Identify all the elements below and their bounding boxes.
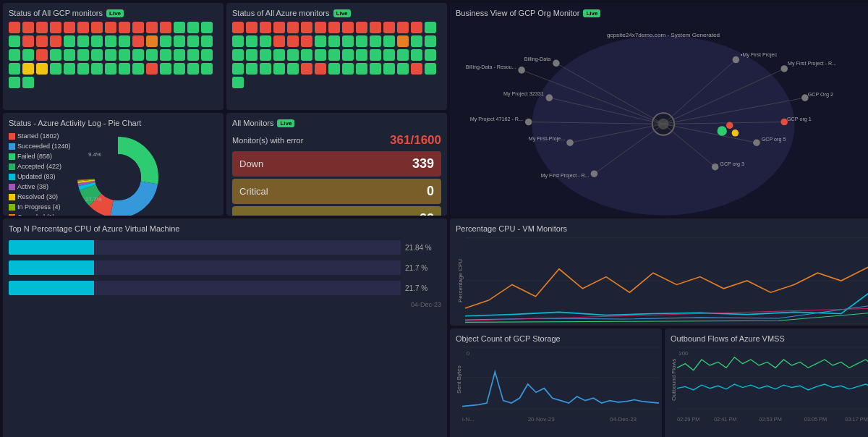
legend-active: Active (38) bbox=[9, 182, 71, 192]
legend-succeeded: Succeeded (1240) bbox=[9, 142, 71, 152]
trouble-value: 22 bbox=[420, 211, 434, 216]
svg-text:02:41 PM: 02:41 PM bbox=[714, 416, 737, 423]
gcp-storage-sub: Object Count of GCP Storage Sent Bytes 0… bbox=[450, 328, 662, 437]
gcp-dot-grid bbox=[9, 22, 218, 88]
svg-text:i-N...: i-N... bbox=[462, 416, 475, 423]
all-mon-live: Live bbox=[277, 119, 294, 127]
pie-content: Started (1802) Succeeded (1240) Failed (… bbox=[9, 132, 218, 216]
svg-text:My First-Proje...: My First-Proje... bbox=[529, 136, 566, 142]
legend-canceled: Canceled (1) bbox=[9, 213, 71, 216]
svg-text:My First Project - R...: My First Project - R... bbox=[788, 61, 836, 67]
svg-text:03:17 PM: 03:17 PM bbox=[845, 416, 868, 423]
bars: 21.84 % 21.7 % 21.7 % bbox=[9, 240, 441, 295]
legend-accepted: Accepted (422) bbox=[9, 162, 71, 172]
bar-pct-2: 21.7 % bbox=[405, 264, 441, 272]
svg-text:Billing-Data: Billing-Data bbox=[524, 56, 551, 62]
svg-text:GCP org 1: GCP org 1 bbox=[787, 116, 812, 122]
biz-view-panel2: Business View of GCP Org Monitor Live gc… bbox=[450, 3, 868, 216]
svg-point-25 bbox=[753, 139, 760, 146]
svg-point-29 bbox=[726, 122, 733, 130]
storage-title: Object Count of GCP Storage bbox=[456, 334, 561, 343]
azure-pie-panel2: Status - Azure Activity Log - Pie Chart … bbox=[3, 113, 224, 216]
svg-text:Billing-Data - Resou...: Billing-Data - Resou... bbox=[466, 64, 516, 70]
svg-point-28 bbox=[718, 126, 727, 135]
outbound-flows-sub: Outbound Flows of Azure VMSS Outbound Fl… bbox=[665, 328, 868, 437]
pie-title: Status - Azure Activity Log - Pie Chart bbox=[9, 119, 141, 127]
bar-track-1 bbox=[9, 240, 401, 255]
cpu-title: Percentage CPU - VM Monitors bbox=[456, 224, 567, 233]
azure-dot-grid bbox=[232, 22, 441, 88]
legend-failed: Failed (858) bbox=[9, 152, 71, 162]
svg-text:27.7%: 27.7% bbox=[85, 196, 102, 203]
svg-text:9.4%: 9.4% bbox=[88, 151, 101, 158]
legend-resolved: Resolved (30) bbox=[9, 192, 71, 203]
outbound-svg: 200 02:29 PM 02:41 PM 02:53 PM 03:05 PM … bbox=[677, 347, 868, 409]
svg-point-27 bbox=[712, 164, 719, 171]
svg-text:0: 0 bbox=[467, 350, 470, 357]
svg-text:My First Project - R...: My First Project - R... bbox=[541, 173, 590, 179]
outbound-y-label: Outbound Flows bbox=[671, 347, 677, 412]
legend-inprogress: In Progress (4) bbox=[9, 203, 71, 213]
svg-point-30 bbox=[732, 130, 739, 137]
critical-value: 0 bbox=[427, 184, 434, 199]
bar-fill-2 bbox=[9, 260, 94, 275]
svg-point-24 bbox=[566, 139, 574, 146]
svg-text:02:29 PM: 02:29 PM bbox=[677, 416, 700, 423]
svg-point-16 bbox=[518, 67, 525, 74]
svg-text:02:53 PM: 02:53 PM bbox=[759, 416, 782, 423]
bar-row-1: 21.84 % bbox=[9, 240, 441, 255]
outbound-title: Outbound Flows of Azure VMSS bbox=[671, 334, 785, 343]
cpu-chart-svg: 16-No... 13-Nov-23 20-Nov-23 27-Nov-23 0… bbox=[465, 237, 868, 324]
svg-text:03:05 PM: 03:05 PM bbox=[804, 416, 827, 423]
svg-text:200: 200 bbox=[678, 350, 689, 357]
all-monitors-panel2: All Monitors Live Monitor(s) with error … bbox=[226, 113, 447, 216]
bar-row-3: 21.7 % bbox=[9, 281, 441, 295]
cpu-chart-container: Percentage CPU 16-No... 13-Nov-23 bbox=[456, 237, 868, 324]
all-mon-title: All Monitors bbox=[232, 119, 273, 127]
down-value: 339 bbox=[412, 156, 434, 171]
bar-pct-3: 21.7 % bbox=[405, 284, 441, 292]
azure-live: Live bbox=[333, 9, 351, 17]
svg-text:My Project 47162 - R...: My Project 47162 - R... bbox=[470, 116, 523, 122]
azure-title: Status of All Azure monitors bbox=[232, 9, 330, 17]
cpu-chart-panel: Percentage CPU - VM Monitors Percentage … bbox=[450, 218, 868, 326]
svg-point-52 bbox=[95, 154, 141, 200]
stat-down: Down 339 bbox=[232, 151, 441, 177]
svg-text:gcpsite24x7demo.com - System G: gcpsite24x7demo.com - System Generated bbox=[607, 32, 720, 38]
trouble-label: Trouble bbox=[239, 213, 271, 216]
top-n-panel2: Top N Percentage CPU of Azure Virtual Ma… bbox=[3, 218, 447, 437]
stat-critical: Critical 0 bbox=[232, 179, 441, 204]
legend-started: Started (1802) bbox=[9, 132, 71, 142]
svg-point-22 bbox=[546, 94, 553, 101]
svg-text:GCP org 3: GCP org 3 bbox=[720, 161, 744, 167]
svg-point-17 bbox=[553, 60, 560, 67]
gcp-title: Status of All GCP monitors bbox=[9, 9, 103, 17]
biz-title: Business View of GCP Org Monitor bbox=[456, 9, 579, 17]
error-row: Monitor(s) with error 361/1600 bbox=[232, 132, 441, 151]
stat-trouble: Trouble 22 bbox=[232, 206, 441, 216]
bar-fill-3 bbox=[9, 281, 94, 295]
biz-live: Live bbox=[583, 9, 600, 17]
svg-text:04-Dec-23: 04-Dec-23 bbox=[610, 416, 637, 423]
bar-row-2: 21.7 % bbox=[9, 260, 441, 275]
svg-point-23 bbox=[525, 119, 532, 126]
storage-svg: 0 i-N... 20-Nov-23 04-Dec-23 bbox=[462, 347, 659, 409]
svg-point-18 bbox=[733, 56, 740, 64]
critical-label: Critical bbox=[239, 186, 268, 197]
top-n-title2: Top N Percentage CPU of Azure Virtual Ma… bbox=[9, 224, 179, 233]
bar-fill-1 bbox=[9, 240, 94, 255]
error-value2: 361/1600 bbox=[390, 133, 441, 148]
biz-svg-container: gcpsite24x7demo.com - System Generated bbox=[456, 22, 868, 208]
down-label: Down bbox=[239, 158, 263, 169]
legend-updated: Updated (83) bbox=[9, 172, 71, 182]
bar-track-3 bbox=[9, 281, 401, 295]
azure-monitors-panel2: Status of All Azure monitors Live bbox=[226, 3, 447, 110]
outbound-chart: Outbound Flows 200 02:29 PM 02:41 PM 02:… bbox=[671, 347, 868, 412]
pie-donut-svg: 9.4% 27.7% bbox=[75, 135, 161, 216]
storage-chart: Sent Bytes 0 i-N... 20-Nov-23 04-Dec-23 bbox=[456, 347, 656, 412]
biz-view-svg2: gcpsite24x7demo.com - System Generated bbox=[456, 22, 868, 208]
bar-pct-1: 21.84 % bbox=[405, 244, 441, 252]
svg-text:20-Nov-23: 20-Nov-23 bbox=[528, 416, 556, 423]
pie-legend2: Started (1802) Succeeded (1240) Failed (… bbox=[9, 132, 71, 216]
svg-text:My Project 32331: My Project 32331 bbox=[503, 91, 544, 97]
